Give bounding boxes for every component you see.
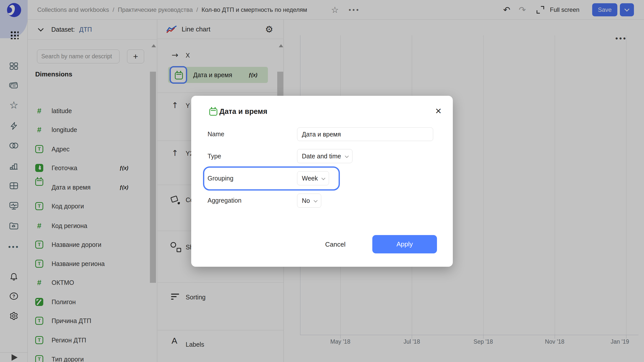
aggregation-select-value: No <box>302 197 310 204</box>
field-settings-dialog: Дата и время ✕ Name Дата и время Type Da… <box>191 96 453 267</box>
type-select-value: Date and time <box>302 153 341 160</box>
close-icon[interactable]: ✕ <box>435 106 442 116</box>
cancel-button[interactable]: Cancel <box>317 235 354 253</box>
type-select[interactable]: Date and time <box>297 149 352 163</box>
aggregation-field-label: Aggregation <box>208 197 242 204</box>
apply-button[interactable]: Apply <box>372 235 437 253</box>
type-field-label: Type <box>208 153 221 160</box>
chevron-down-icon <box>314 199 318 203</box>
chevron-down-icon <box>321 176 326 180</box>
calendar-field-icon <box>209 108 217 116</box>
dialog-title: Дата и время <box>219 107 267 116</box>
datalens-chart-editor: Collections and workbooks / Практические… <box>0 0 644 362</box>
name-input[interactable]: Дата и время <box>297 127 433 141</box>
grouping-select-value: Week <box>302 175 318 182</box>
chevron-down-icon <box>345 154 349 158</box>
grouping-select[interactable]: Week <box>297 171 329 185</box>
aggregation-select[interactable]: No <box>297 194 321 208</box>
name-field-label: Name <box>208 130 224 138</box>
grouping-field-label: Grouping <box>208 175 233 182</box>
